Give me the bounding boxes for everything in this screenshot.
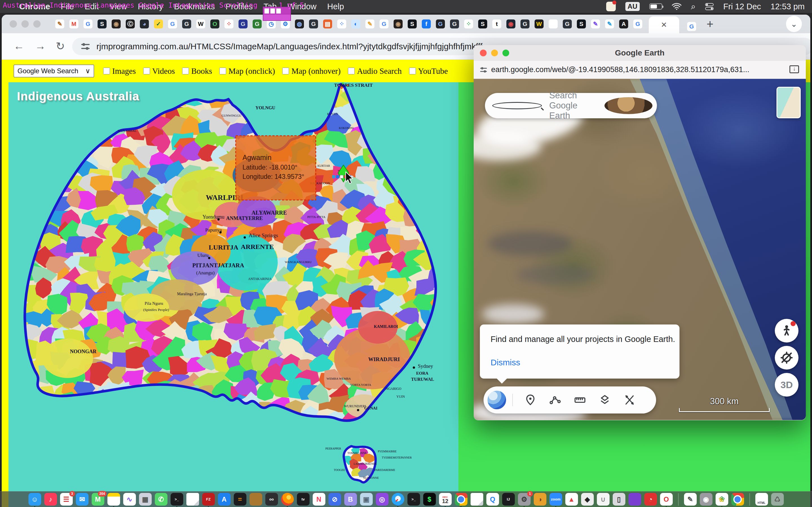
dock-item-firefox[interactable] [281,493,294,506]
pegman-button[interactable] [775,319,799,342]
ge-title-bar[interactable]: Google Earth [474,45,806,61]
control-center-icon[interactable] [705,3,714,10]
dock-item-textedit-2[interactable] [470,493,483,506]
dock-item-messages[interactable]: M204 [92,493,104,506]
layers-icon[interactable] [592,394,617,406]
ge-map-view[interactable]: Search Google Earth Find and manage all … [474,79,806,420]
checkbox-input[interactable] [219,68,226,74]
overview-minimap[interactable] [776,87,801,118]
pinned-tab[interactable]: G [436,19,445,29]
dock-item-tooth-app[interactable]: ∪ [597,493,610,506]
pinned-tab[interactable]: ⁘ [464,19,473,29]
back-button[interactable]: ← [13,40,24,52]
close-button[interactable] [480,50,487,56]
dock-item-html-file[interactable]: HTML [755,493,768,506]
pinned-tab[interactable]: ◍ [295,19,304,29]
pinned-tab[interactable]: t [492,19,501,29]
pinned-tab[interactable]: G [309,19,318,29]
dock-item-accessibility[interactable]: ◉ [700,493,712,506]
dock-item-calendar[interactable]: DEC12 [439,493,452,506]
dock-item-app-store[interactable]: A [218,493,231,506]
pinned-tab[interactable]: S [577,19,586,29]
dock-item-speedometer[interactable]: ◔ [644,493,657,506]
dock-item-facetime[interactable]: ✆ [155,493,167,506]
dock-item-photos[interactable] [716,493,728,506]
dock-item-news[interactable]: N [313,493,325,506]
dock-item-appcode[interactable]: ▲ [565,493,578,506]
pinned-tab[interactable]: ◉ [112,19,121,29]
checkbox-audio-search[interactable]: Audio Search [348,66,402,76]
dock-item-terminal-2[interactable]: >_ [407,493,420,506]
pinned-tab[interactable]: W [196,19,205,29]
checkbox-videos[interactable]: Videos [143,66,175,76]
ge-site-settings-icon[interactable] [479,66,487,73]
dock-item-notes[interactable] [107,493,120,506]
3d-button[interactable]: 3D [775,373,799,397]
pinned-tab[interactable]: W [535,19,544,29]
dock-item-chrome[interactable] [455,493,467,506]
pinned-tab[interactable]: O [210,19,219,29]
ge-search-bar[interactable]: Search Google Earth [485,93,657,118]
my-location-button[interactable] [775,346,799,370]
reload-button[interactable]: ↻ [56,40,65,52]
dock-item-trash[interactable]: ♺ [771,493,784,506]
style-tools-icon[interactable] [617,394,642,406]
tab-google[interactable]: G [682,18,702,32]
dock-item-zoom[interactable]: zoom [550,493,562,506]
window-controls[interactable] [10,20,41,27]
placemark-icon[interactable] [518,394,543,406]
dock-item-music[interactable]: ♪ [44,493,57,506]
dock-item-safari[interactable] [392,493,404,506]
pinned-tab[interactable]: f [422,19,431,29]
pinned-tab[interactable]: G [450,19,459,29]
checkbox-map-onclick-[interactable]: Map (onclick) [219,66,275,76]
pinned-tab[interactable]: A [619,19,628,29]
pinned-tab[interactable]: S [408,19,417,29]
pinned-tab[interactable]: ◉ [506,19,515,29]
forward-button[interactable]: → [35,40,46,52]
profile-avatar[interactable] [605,97,652,114]
pinned-tab[interactable]: G [168,19,177,29]
spotlight-icon[interactable]: ⌕ [691,2,696,11]
dock-item-terminal[interactable]: >_ [170,493,183,506]
pinned-tab[interactable]: S [478,19,487,29]
pinned-tab[interactable]: Ⓒ [126,19,135,29]
pinned-tab[interactable]: ✎ [365,19,374,29]
dock-item-calculator[interactable]: = [234,493,246,506]
dismiss-button[interactable]: Dismiss [491,358,520,367]
dock-item-iphone-mirroring[interactable]: ▯ [613,493,625,506]
indigenous-map[interactable]: Indigenous Australia TORRES STRAITYOLNGU… [8,82,458,507]
dock-item-intellij[interactable]: IJ [502,493,515,506]
pinned-tab[interactable]: G [239,19,248,29]
status-app-icon[interactable] [606,2,616,11]
minimize-button[interactable] [491,50,498,56]
pinned-tab[interactable]: S [98,19,107,29]
pinned-tab[interactable]: ✓ [154,19,163,29]
pinned-tab[interactable]: G [84,19,93,29]
pinned-tab[interactable]: ✎ [605,19,614,29]
dock-item-wave-app[interactable]: ∿ [123,493,136,506]
checkbox-input[interactable] [348,68,355,74]
checkbox-map-onhover-[interactable]: Map (onhover) [282,66,341,76]
pinned-tab[interactable]: ◐ [351,19,360,29]
dock-item-textedit[interactable] [186,493,199,506]
dock-item-gamepad[interactable]: oo [265,493,278,506]
checkbox-input[interactable] [143,68,150,74]
ruler-icon[interactable] [567,394,592,406]
pinned-tab[interactable]: ◕ [140,19,149,29]
pinned-tab[interactable]: G [633,19,642,29]
pinned-tab[interactable]: G [253,19,262,29]
dock-item-quicktime[interactable]: Q [486,493,499,506]
dock-item-inkscape[interactable]: ◆ [581,493,594,506]
pinned-tab[interactable]: ⁘ [337,19,346,29]
checkbox-images[interactable]: Images [103,66,136,76]
pinned-tab[interactable]: ✎ [591,19,600,29]
dock-item-mail[interactable]: ✉ [76,493,89,506]
tab-search-button[interactable]: ⌄ [786,16,802,32]
zoom-button[interactable] [502,50,509,56]
wifi-icon[interactable] [672,3,681,10]
map-svg-host[interactable]: TORRES STRAITYOLNGUGUNWINGGUWUNAMBALKUNJ… [8,82,458,507]
menu-time[interactable]: 12:53 pm [770,2,805,11]
dock-item-bbedit[interactable]: B [344,493,357,506]
pinned-tab[interactable]: M [69,19,79,29]
